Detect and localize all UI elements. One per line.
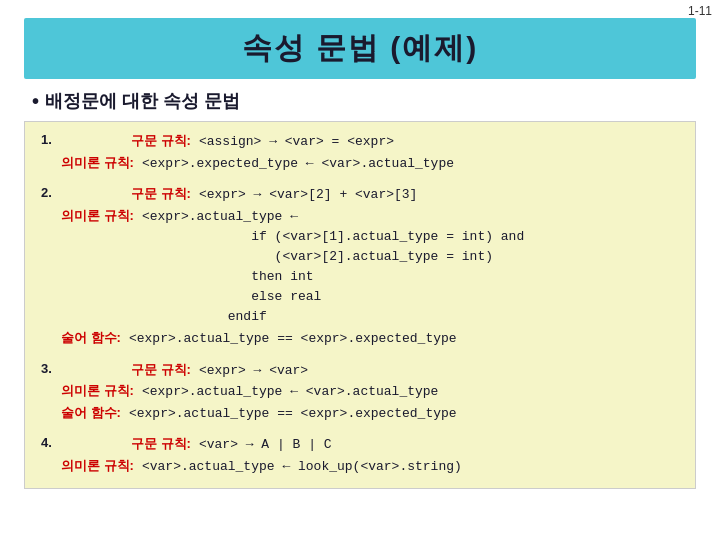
rule1-sem-content: <expr>.expected_type ← <var>.actual_type — [142, 154, 454, 174]
rule2-sem-label: 의미론 규칙: — [61, 207, 134, 225]
rule3-syntax-content: <expr> → <var> — [199, 361, 308, 381]
rule1-syntax-content: <assign> → <var> = <expr> — [199, 132, 394, 152]
rule4-num: 4. — [41, 435, 131, 450]
rule3-pred-label: 술어 함수: — [61, 404, 121, 422]
rule4-sem-label: 의미론 규칙: — [61, 457, 134, 475]
rule3-syntax-label: 구문 규칙: — [131, 361, 191, 379]
rule4-sem-content: <var>.actual_type ← look_up(<var>.string… — [142, 457, 462, 477]
title-bar: 속성 문법 (예제) — [24, 18, 696, 79]
slide-number: 1-11 — [688, 4, 712, 18]
rule2-pred-label: 술어 함수: — [61, 329, 121, 347]
bullet-title-text: 배정문에 대한 속성 문법 — [45, 89, 240, 113]
bullet-dot: • — [32, 90, 39, 113]
rule1-num: 1. — [41, 132, 131, 147]
slide-title: 속성 문법 (예제) — [24, 28, 696, 69]
rule2-syntax-label: 구문 규칙: — [131, 185, 191, 203]
rule3-sem-label: 의미론 규칙: — [61, 382, 134, 400]
rule1-sem-label: 의미론 규칙: — [61, 154, 134, 172]
rule-block-1: 1. 구문 규칙: <assign> → <var> = <expr> 의미론 … — [41, 132, 679, 173]
rule1-syntax-label: 구문 규칙: — [131, 132, 191, 150]
rule2-syntax-content: <expr> → <var>[2] + <var>[3] — [199, 185, 417, 205]
rule-block-3: 3. 구문 규칙: <expr> → <var> 의미론 규칙: <expr>.… — [41, 361, 679, 424]
content-box: 1. 구문 규칙: <assign> → <var> = <expr> 의미론 … — [24, 121, 696, 489]
rule-block-2: 2. 구문 규칙: <expr> → <var>[2] + <var>[3] 의… — [41, 185, 679, 349]
bullet-section: • 배정문에 대한 속성 문법 — [24, 89, 696, 113]
rule2-num: 2. — [41, 185, 131, 200]
rule2-sem-content: <expr>.actual_type ← if (<var>[1].actual… — [142, 207, 524, 328]
rule4-syntax-label: 구문 규칙: — [131, 435, 191, 453]
rule4-syntax-content: <var> → A | B | C — [199, 435, 332, 455]
rule3-num: 3. — [41, 361, 131, 376]
rule2-pred-content: <expr>.actual_type == <expr>.expected_ty… — [129, 329, 457, 349]
rule-block-4: 4. 구문 규칙: <var> → A | B | C 의미론 규칙: <var… — [41, 435, 679, 476]
rule3-sem-content: <expr>.actual_type ← <var>.actual_type — [142, 382, 438, 402]
rule3-pred-content: <expr>.actual_type == <expr>.expected_ty… — [129, 404, 457, 424]
